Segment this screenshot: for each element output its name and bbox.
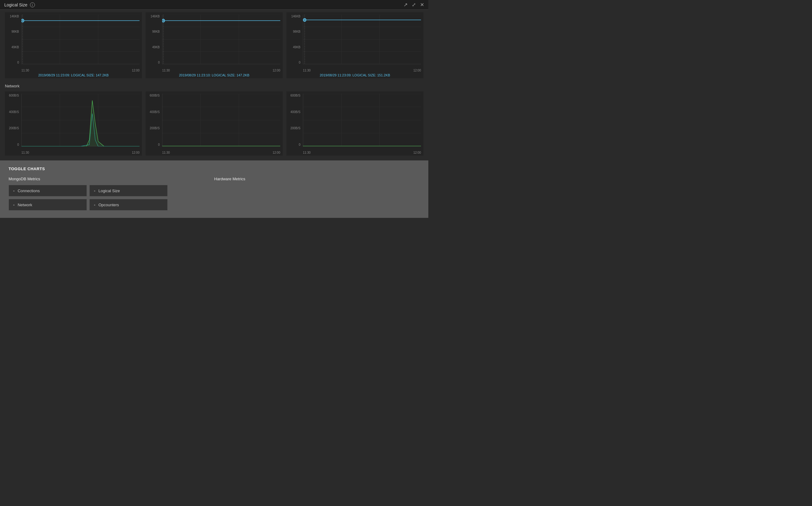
net-x-labels-1: 11:30 12:00 bbox=[21, 151, 139, 154]
toggle-title: TOGGLE CHARTS bbox=[9, 167, 420, 171]
chart-svg-1 bbox=[21, 15, 139, 64]
minus-icon-logical-size: - bbox=[94, 188, 95, 193]
toggle-logical-size-button[interactable]: - Logical Size bbox=[89, 185, 168, 196]
logical-size-chart-1: 146KB 98KB 49KB 0 bbox=[5, 12, 142, 78]
share-icon[interactable]: ↗ bbox=[404, 2, 408, 8]
net-chart-svg-3 bbox=[303, 94, 421, 146]
logical-size-chart-3: 146KB 98KB 49KB 0 11:30 bbox=[286, 12, 423, 78]
chart-area-2: 146KB 98KB 49KB 0 11:30 bbox=[146, 12, 283, 73]
mongodb-metrics-col: MongoDB Metrics - Connections - Logical … bbox=[9, 177, 214, 210]
net-chart-area-1: 600B/S 400B/S 200B/S 0 bbox=[5, 91, 142, 156]
chart-svg-2 bbox=[162, 15, 280, 64]
expand-icon[interactable]: ⤢ bbox=[412, 2, 416, 8]
chart-caption-1: 2019/08/29 11:23:09: LOGICAL SIZE: 147.2… bbox=[5, 73, 142, 78]
x-labels-1: 11:30 12:00 bbox=[21, 69, 139, 72]
net-x-labels-2: 11:30 12:00 bbox=[162, 151, 280, 154]
hardware-metrics-col: Hardware Metrics bbox=[214, 177, 420, 210]
toggle-connections-button[interactable]: - Connections bbox=[9, 185, 87, 196]
network-chart-3: 600B/S 400B/S 200B/S 0 11:30 12:00 bbox=[286, 91, 423, 156]
x-labels-2: 11:30 12:00 bbox=[162, 69, 280, 72]
network-label: Network bbox=[18, 202, 32, 207]
network-section: Network bbox=[0, 79, 428, 91]
toggle-buttons-mongodb: - Connections - Logical Size - Network -… bbox=[9, 185, 168, 210]
top-bar: Logical Size i ↗ ⤢ ✕ bbox=[0, 0, 428, 10]
network-chart-2: 600B/S 400B/S 200B/S 0 11:30 12:00 bbox=[146, 91, 283, 156]
network-chart-1: 600B/S 400B/S 200B/S 0 bbox=[5, 91, 142, 156]
page-title: Logical Size bbox=[4, 2, 27, 7]
net-chart-svg-1 bbox=[21, 94, 139, 146]
close-icon[interactable]: ✕ bbox=[420, 2, 424, 8]
y-labels-1: 146KB 98KB 49KB 0 bbox=[5, 15, 20, 64]
net-x-labels-3: 11:30 12:00 bbox=[303, 151, 421, 154]
logical-size-charts-row: 146KB 98KB 49KB 0 bbox=[0, 12, 428, 79]
net-y-labels-1: 600B/S 400B/S 200B/S 0 bbox=[5, 94, 20, 146]
net-chart-area-3: 600B/S 400B/S 200B/S 0 11:30 12:00 bbox=[286, 91, 423, 156]
toggle-columns: MongoDB Metrics - Connections - Logical … bbox=[9, 177, 420, 210]
top-bar-left: Logical Size i bbox=[4, 2, 35, 7]
toggle-opcounters-button[interactable]: - Opcounters bbox=[89, 199, 168, 210]
x-labels-3: 11:30 12:00 bbox=[303, 69, 421, 72]
info-icon[interactable]: i bbox=[30, 2, 35, 7]
net-y-labels-3: 600B/S 400B/S 200B/S 0 bbox=[286, 94, 302, 146]
network-title: Network bbox=[5, 84, 423, 88]
minus-icon-network: - bbox=[13, 202, 15, 207]
y-labels-2: 146KB 98KB 49KB 0 bbox=[146, 15, 161, 64]
minus-icon-connections: - bbox=[13, 188, 15, 193]
toggle-network-button[interactable]: - Network bbox=[9, 199, 87, 210]
logical-size-label: Logical Size bbox=[98, 188, 120, 193]
toggle-section: TOGGLE CHARTS MongoDB Metrics - Connecti… bbox=[0, 160, 428, 218]
opcounters-label: Opcounters bbox=[98, 202, 119, 207]
top-bar-right: ↗ ⤢ ✕ bbox=[404, 2, 424, 8]
svg-marker-47 bbox=[21, 100, 139, 147]
chart-caption-3: 2019/08/29 11:23:09: LOGICAL SIZE: 151.2… bbox=[286, 73, 423, 78]
net-chart-area-2: 600B/S 400B/S 200B/S 0 11:30 12:00 bbox=[146, 91, 283, 156]
connections-label: Connections bbox=[18, 188, 40, 193]
net-chart-svg-2 bbox=[162, 94, 280, 146]
hardware-col-title: Hardware Metrics bbox=[214, 177, 420, 181]
minus-icon-opcounters: - bbox=[94, 202, 95, 207]
chart-area-1: 146KB 98KB 49KB 0 bbox=[5, 12, 142, 73]
chart-area-3: 146KB 98KB 49KB 0 11:30 bbox=[286, 12, 423, 73]
y-labels-3: 146KB 98KB 49KB 0 bbox=[286, 15, 302, 64]
net-y-labels-2: 600B/S 400B/S 200B/S 0 bbox=[146, 94, 161, 146]
logical-size-chart-2: 146KB 98KB 49KB 0 11:30 bbox=[146, 12, 283, 78]
mongodb-col-title: MongoDB Metrics bbox=[9, 177, 214, 181]
chart-svg-3 bbox=[303, 15, 421, 64]
chart-caption-2: 2019/08/29 11:23:10: LOGICAL SIZE: 147.2… bbox=[146, 73, 283, 78]
network-charts-row: 600B/S 400B/S 200B/S 0 bbox=[0, 91, 428, 158]
